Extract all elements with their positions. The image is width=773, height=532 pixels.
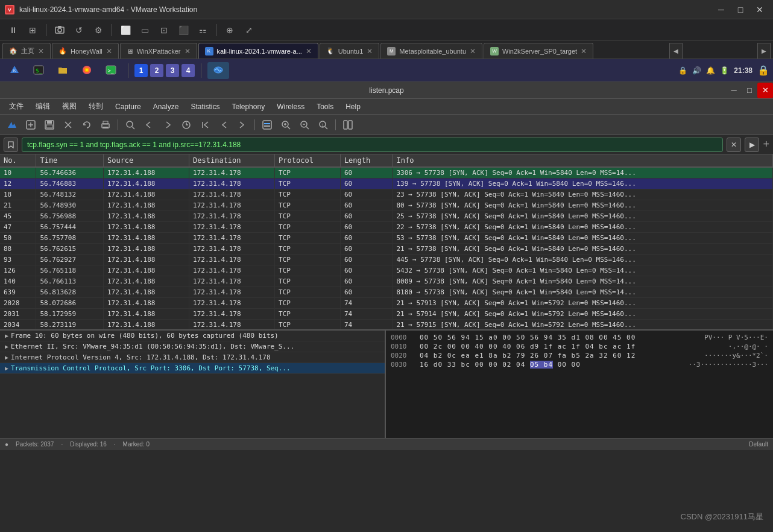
- kali-menu-button[interactable]: K: [4, 62, 25, 79]
- menu-file[interactable]: 文件: [4, 100, 29, 113]
- expand-icon[interactable]: ▶: [5, 332, 8, 339]
- tab-honeywall[interactable]: 🔥 HoneyWall ✕: [52, 43, 119, 59]
- workspace-3-button[interactable]: 3: [166, 64, 179, 77]
- tab-winxp[interactable]: 🖥 WinXPattacker ✕: [120, 43, 197, 59]
- view-unity-button[interactable]: ▭: [136, 22, 153, 39]
- table-row[interactable]: 12656.765118172.31.4.188172.31.4.178TCP6…: [0, 265, 773, 276]
- view-normal-button[interactable]: ⬜: [117, 22, 134, 39]
- ws-forward-button[interactable]: [159, 116, 176, 133]
- tab-ubuntu[interactable]: 🐧 Ubuntu1 ✕: [320, 43, 380, 59]
- volume-icon[interactable]: 🔊: [692, 66, 701, 75]
- ws-close-file-button[interactable]: [60, 116, 77, 133]
- tab-win2k[interactable]: W Win2kServer_SP0_target ✕: [484, 43, 593, 59]
- table-row[interactable]: 203458.273119172.31.4.188172.31.4.178TCP…: [0, 320, 773, 330]
- view-fit-button[interactable]: ⬛: [175, 22, 192, 39]
- fullscreen-button[interactable]: ⤢: [241, 22, 257, 39]
- menu-view[interactable]: 视图: [57, 100, 82, 113]
- ws-maximize-button[interactable]: □: [742, 83, 757, 98]
- tab-ubuntu-close[interactable]: ✕: [367, 47, 373, 55]
- ws-find-button[interactable]: [122, 116, 139, 133]
- ws-next-button[interactable]: [234, 116, 251, 133]
- terminal2-button[interactable]: >_: [100, 62, 122, 79]
- ws-go-to-button[interactable]: [178, 116, 195, 133]
- table-row[interactable]: 1256.746883172.31.4.188172.31.4.178TCP60…: [0, 179, 773, 189]
- maximize-button[interactable]: □: [732, 2, 749, 17]
- detail-row[interactable]: ▶Transmission Control Protocol, Src Port…: [0, 363, 385, 374]
- ws-prev-button[interactable]: [215, 116, 232, 133]
- menu-tools[interactable]: Tools: [311, 100, 339, 113]
- table-row[interactable]: 14056.766113172.31.4.188172.31.4.178TCP6…: [0, 276, 773, 287]
- detail-row[interactable]: ▶Internet Protocol Version 4, Src: 172.3…: [0, 352, 385, 363]
- send-ctrl-alt-del-button[interactable]: ⊕: [221, 22, 238, 39]
- ws-zoom-out-button[interactable]: [296, 116, 313, 133]
- filter-add-button[interactable]: +: [763, 138, 769, 151]
- ws-save-button[interactable]: [41, 116, 58, 133]
- view-full-button[interactable]: ⊡: [156, 22, 172, 39]
- file-manager-button[interactable]: [52, 62, 74, 79]
- ws-print-button[interactable]: [97, 116, 114, 133]
- tab-prev-button[interactable]: ◀: [669, 43, 683, 59]
- table-row[interactable]: 8856.762615172.31.4.188172.31.4.178TCP60…: [0, 244, 773, 255]
- table-row[interactable]: 4556.756988172.31.4.188172.31.4.178TCP60…: [0, 211, 773, 222]
- tab-winxp-close[interactable]: ✕: [185, 47, 191, 55]
- menu-capture[interactable]: Capture: [110, 100, 147, 113]
- table-row[interactable]: 1056.746636172.31.4.188172.31.4.178TCP60…: [0, 167, 773, 179]
- expand-icon[interactable]: ▶: [5, 354, 8, 361]
- table-row[interactable]: 5056.757708172.31.4.188172.31.4.178TCP60…: [0, 233, 773, 244]
- menu-statistics[interactable]: Statistics: [185, 100, 225, 113]
- expand-icon[interactable]: ▶: [5, 365, 8, 372]
- workspace-2-button[interactable]: 2: [150, 64, 163, 77]
- ws-reload-button[interactable]: [78, 116, 95, 133]
- table-row[interactable]: 203158.172959172.31.4.188172.31.4.178TCP…: [0, 309, 773, 320]
- ws-first-button[interactable]: [197, 116, 213, 133]
- expand-icon[interactable]: ▶: [5, 343, 8, 350]
- ws-open-button[interactable]: [22, 116, 39, 133]
- filter-right-button[interactable]: ▶: [745, 138, 759, 152]
- ws-back-button[interactable]: [140, 116, 157, 133]
- table-row[interactable]: 4756.757444172.31.4.188172.31.4.178TCP60…: [0, 222, 773, 233]
- close-button[interactable]: ✕: [751, 2, 768, 17]
- filter-clear-button[interactable]: ✕: [727, 138, 741, 152]
- tab-win2k-close[interactable]: ✕: [581, 47, 587, 55]
- tab-honeywall-close[interactable]: ✕: [106, 47, 112, 55]
- table-row[interactable]: 202858.072686172.31.4.188172.31.4.178TCP…: [0, 298, 773, 309]
- filter-input[interactable]: [22, 138, 723, 152]
- tab-kali[interactable]: K kali-linux-2024.1-vmware-a... ✕: [198, 43, 318, 59]
- workspace-1-button[interactable]: 1: [134, 64, 148, 77]
- wireshark-taskbar-button[interactable]: [207, 62, 229, 79]
- menu-help[interactable]: Help: [340, 100, 366, 113]
- pause-button[interactable]: ⏸: [5, 22, 22, 39]
- workspace-4-button[interactable]: 4: [181, 64, 195, 77]
- ws-minimize-button[interactable]: ─: [726, 83, 742, 98]
- detail-row[interactable]: ▶Ethernet II, Src: VMware_94:35:d1 (00:5…: [0, 341, 385, 352]
- snapshot-button[interactable]: [51, 22, 68, 39]
- menu-wireless[interactable]: Wireless: [271, 100, 310, 113]
- revert-button[interactable]: ↺: [71, 22, 87, 39]
- ws-cols-button[interactable]: [339, 116, 356, 133]
- settings-button[interactable]: ⚙: [90, 22, 107, 39]
- tab-next-button[interactable]: ▶: [757, 43, 771, 59]
- menu-go[interactable]: 转到: [83, 100, 109, 113]
- tab-kali-close[interactable]: ✕: [306, 47, 312, 55]
- firefox-button[interactable]: [76, 62, 98, 79]
- menu-analyze[interactable]: Analyze: [148, 100, 185, 113]
- lock-screen-icon[interactable]: 🔒: [757, 65, 769, 76]
- detail-row[interactable]: ▶Frame 10: 60 bytes on wire (480 bits), …: [0, 331, 385, 341]
- terminal-button[interactable]: $_: [28, 62, 49, 79]
- table-row[interactable]: 1856.748132172.31.4.188172.31.4.178TCP60…: [0, 189, 773, 200]
- ws-close-button[interactable]: ✕: [757, 83, 773, 98]
- notification-icon[interactable]: 🔔: [706, 66, 715, 75]
- minimize-button[interactable]: ─: [713, 2, 730, 17]
- tab-metasploitable-close[interactable]: ✕: [470, 47, 476, 55]
- expand-button[interactable]: ⊞: [24, 22, 41, 39]
- ws-zoom-in-button[interactable]: [277, 116, 294, 133]
- ws-colorize-button[interactable]: [259, 116, 276, 133]
- filter-bookmark-button[interactable]: [4, 138, 18, 152]
- table-row[interactable]: 63956.813628172.31.4.188172.31.4.178TCP6…: [0, 287, 773, 298]
- view-tabs-button[interactable]: ⚏: [194, 22, 211, 39]
- tab-home[interactable]: 🏠 主页 ✕: [2, 43, 51, 59]
- tab-metasploitable[interactable]: M Metasploitable_ubuntu ✕: [380, 43, 482, 59]
- ws-zoom-reset-button[interactable]: 1: [315, 116, 332, 133]
- menu-telephony[interactable]: Telephony: [226, 100, 270, 113]
- table-row[interactable]: 2156.748930172.31.4.188172.31.4.178TCP60…: [0, 200, 773, 211]
